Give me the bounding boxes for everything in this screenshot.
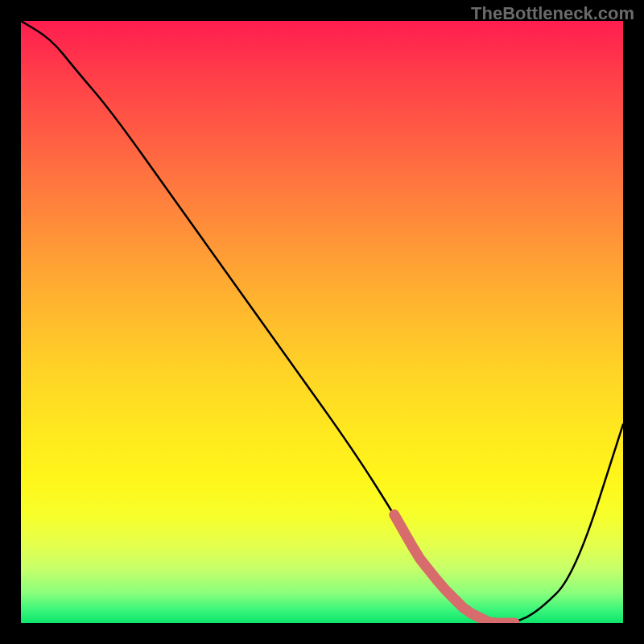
trough-marker (394, 514, 515, 623)
chart-svg (21, 21, 623, 623)
watermark-text: TheBottleneck.com (471, 3, 634, 24)
plot-area (21, 21, 623, 623)
bottleneck-curve (21, 21, 623, 623)
